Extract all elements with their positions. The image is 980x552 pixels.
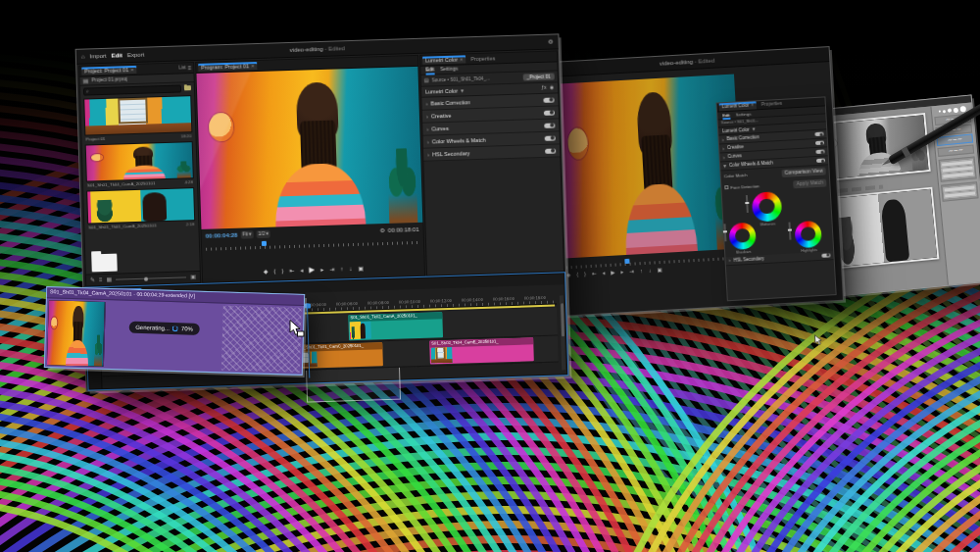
- step-back-icon[interactable]: ◂: [602, 270, 605, 276]
- view-mode-label[interactable]: List: [179, 66, 186, 72]
- mark-out-icon[interactable]: }: [584, 271, 586, 276]
- menu-import[interactable]: Import: [89, 52, 106, 59]
- eye-icon[interactable]: ◉: [550, 85, 555, 91]
- comparison-view-button[interactable]: Comparison View: [781, 167, 825, 176]
- toggle[interactable]: [815, 150, 824, 154]
- midtones-slider[interactable]: [746, 194, 749, 212]
- timeline-clip-magenta[interactable]: S01_Sh02_Tk04_CamE_20250101_: [429, 337, 534, 364]
- subtab-edit[interactable]: Edit: [722, 113, 730, 118]
- film-icon: ▤: [83, 77, 89, 84]
- highlights-wheel[interactable]: [794, 220, 821, 247]
- promo-stage: ∼∼∼ ∼∼∼ ∼∼∼ ∼∼∼ video-editing - Edited ◆…: [0, 0, 980, 552]
- cursor-icon: [814, 333, 823, 344]
- face-detection-checkbox[interactable]: [724, 185, 728, 189]
- extract-icon[interactable]: ↓: [648, 268, 651, 274]
- play-icon[interactable]: ▶: [611, 270, 615, 276]
- timeline-clip-teal[interactable]: S01_Sh01_Tk02_CamA_20250101_: [348, 312, 443, 340]
- tab-properties[interactable]: Properties: [467, 54, 498, 63]
- bin-name: Project 01.prproj: [91, 76, 127, 83]
- new-bin-icon[interactable]: [184, 85, 191, 90]
- folder-item[interactable]: [91, 254, 118, 273]
- marker-icon[interactable]: ◆: [566, 272, 571, 278]
- step-forward-icon[interactable]: ▸: [620, 269, 623, 275]
- toggle[interactable]: [815, 141, 824, 145]
- export-frame-icon[interactable]: ▣: [657, 267, 662, 274]
- go-to-in-icon[interactable]: ⇤: [592, 271, 597, 277]
- new-item-icon[interactable]: ▣: [190, 274, 196, 280]
- apply-match-button[interactable]: Apply Match: [794, 178, 827, 188]
- clip-icon: ▤: [424, 77, 429, 83]
- preset-select[interactable]: Lumetri Color: [722, 127, 750, 134]
- play-icon[interactable]: ▶: [309, 266, 315, 275]
- go-to-out-icon[interactable]: ⇥: [329, 267, 334, 274]
- timeline-scrollbar[interactable]: [560, 295, 565, 370]
- toggle[interactable]: [814, 132, 823, 136]
- thumbnail-zoom-slider[interactable]: [116, 276, 186, 279]
- highlights-slider[interactable]: [788, 222, 791, 239]
- subtab-edit[interactable]: Edit: [425, 67, 434, 73]
- midtones-wheel[interactable]: [752, 191, 783, 223]
- tab-lumetri-color[interactable]: Lumetri Color×: [422, 55, 466, 65]
- drag-cursor-icon: [289, 320, 305, 337]
- list-view-icon[interactable]: ≡: [99, 276, 103, 283]
- zoom-fit-select[interactable]: Fit▾: [240, 230, 253, 238]
- tab-program[interactable]: Program: Project 01×: [198, 62, 257, 72]
- fx-icon[interactable]: ƒx: [541, 85, 546, 91]
- toggle[interactable]: [821, 253, 830, 257]
- program-viewer[interactable]: [196, 67, 422, 229]
- menu-edit[interactable]: Edit: [111, 52, 122, 59]
- playhead[interactable]: [262, 241, 267, 246]
- toggle[interactable]: [544, 123, 555, 127]
- swatch-panel[interactable]: [939, 156, 977, 181]
- go-to-in-icon[interactable]: ⇤: [289, 268, 294, 275]
- marker-icon[interactable]: ◆: [264, 269, 269, 276]
- project-item-sequence[interactable]: Project 0118:20: [83, 95, 192, 142]
- export-frame-icon[interactable]: ▣: [358, 266, 364, 273]
- go-to-out-icon[interactable]: ⇥: [629, 269, 634, 276]
- lift-icon[interactable]: ↑: [340, 266, 343, 273]
- shadows-wheel[interactable]: [728, 222, 756, 249]
- tab-properties[interactable]: Properties: [759, 100, 785, 109]
- menu-export[interactable]: Export: [127, 51, 145, 58]
- progress-spinner-icon: [172, 326, 178, 331]
- lift-icon[interactable]: ↑: [640, 268, 643, 274]
- toggle[interactable]: [816, 158, 825, 162]
- preset-select[interactable]: Lumetri Color: [425, 87, 458, 94]
- playback-resolution-select[interactable]: 1/2▾: [256, 230, 270, 238]
- shadows-slider[interactable]: [723, 224, 726, 241]
- list-view-icon[interactable]: ≡: [188, 65, 192, 72]
- search-input[interactable]: ⌕: [83, 84, 181, 95]
- color-match-label: Color Match: [724, 173, 748, 178]
- toggle[interactable]: [543, 97, 554, 102]
- mark-out-icon[interactable]: }: [281, 268, 283, 275]
- generating-badge: Generating... 70%: [128, 322, 200, 335]
- ungenerated-region-hatch: [221, 305, 302, 372]
- grid-view-icon[interactable]: ▦: [106, 276, 112, 283]
- extract-icon[interactable]: ↓: [349, 266, 352, 273]
- toggle[interactable]: [544, 110, 555, 115]
- subtab-settings[interactable]: Settings: [440, 67, 458, 73]
- chevron-down-icon: ▾: [461, 87, 464, 94]
- project-panel: Project: Project 01× List ≡ ▤Project 01.…: [78, 62, 201, 287]
- target-project-button[interactable]: _Project 01: [522, 73, 554, 81]
- layers-panel[interactable]: [941, 181, 978, 201]
- step-back-icon[interactable]: ◂: [300, 268, 303, 275]
- toggle[interactable]: [545, 135, 556, 140]
- current-timecode[interactable]: 00:00:04:28: [206, 231, 238, 239]
- pen-tool-icon[interactable]: ✎: [90, 276, 95, 283]
- tab-project[interactable]: Project: Project 01×: [81, 66, 136, 75]
- mark-in-icon[interactable]: {: [273, 269, 275, 276]
- home-icon[interactable]: ⌂: [81, 53, 85, 60]
- subtab-settings[interactable]: Settings: [736, 112, 752, 118]
- mark-in-icon[interactable]: {: [576, 272, 578, 277]
- project-item-clip-a[interactable]: S01_Sh01_Tk04_CamA_202501014:28: [85, 141, 194, 188]
- brush-preset[interactable]: ∼∼∼: [937, 144, 974, 157]
- project-item-clip-b[interactable]: S01_Sh01_Tk01_CamB_202501012:18: [86, 187, 195, 230]
- workspace-settings-icon[interactable]: ⚙: [548, 38, 554, 45]
- premiere-secondary-window: video-editing - Edited ◆ { } ⇤ ◂ ▶ ▸ ⇥ ↑…: [544, 46, 844, 317]
- step-forward-icon[interactable]: ▸: [320, 267, 323, 274]
- dragged-clip[interactable]: S01_Sh01_Tk04_CamA_20250101 - 00:00:04:2…: [44, 286, 305, 376]
- lumetri-color-panel: Lumetri Color× Properties Edit Settings …: [716, 96, 837, 301]
- settings-wrench-icon[interactable]: ⚙: [379, 227, 385, 234]
- toggle[interactable]: [545, 148, 556, 153]
